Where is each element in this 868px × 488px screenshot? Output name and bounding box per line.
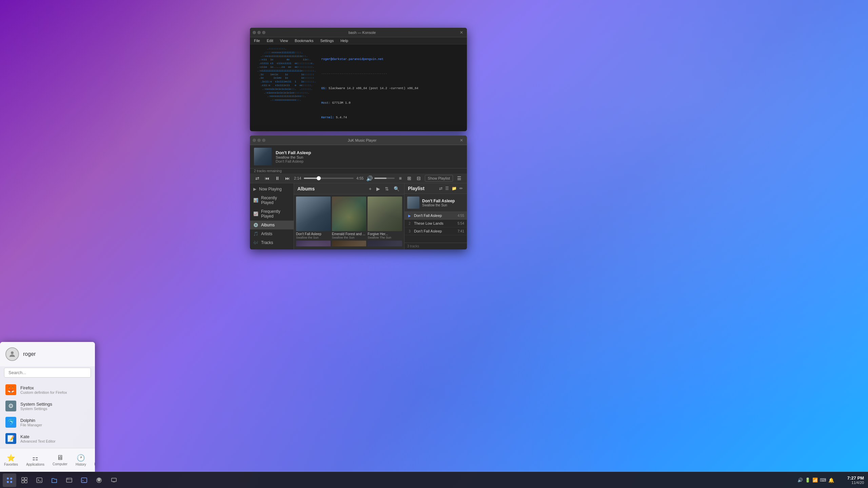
app-item-dolphin[interactable]: 🐬 Dolphin File Manager: [0, 414, 95, 430]
tray-icon-notifications[interactable]: 🔔: [828, 477, 834, 483]
albums-play-button[interactable]: ▶: [375, 185, 381, 192]
dolphin-icon: 🐬: [5, 417, 16, 428]
menu-button[interactable]: ☰: [456, 175, 463, 182]
sidebar-label-genres: Genres: [261, 249, 274, 249]
svg-rect-6: [25, 477, 27, 480]
taskbar-icon-terminal[interactable]: [33, 473, 46, 487]
volume-fill: [374, 178, 387, 179]
taskbar-start-button[interactable]: [3, 473, 16, 487]
applications-icon: ⚏: [32, 454, 38, 462]
layout-button[interactable]: ⊟: [415, 175, 422, 182]
albums-add-button[interactable]: +: [368, 185, 373, 192]
terminal-menu-bookmarks[interactable]: Bookmarks: [293, 38, 315, 43]
taskbar-left: >_: [0, 473, 797, 487]
app-name-settings: System Settings: [20, 402, 90, 407]
start-menu: roger 🦊 Firefox Custom definition for Fi…: [0, 342, 95, 472]
sidebar-item-recently-played[interactable]: 📊 Recently Played: [250, 194, 294, 207]
show-playlist-button[interactable]: Show Playlist: [425, 175, 453, 182]
eq-button[interactable]: ≡: [397, 175, 403, 182]
album-thumb-4: [296, 241, 331, 246]
taskbar-icon-files[interactable]: [47, 473, 61, 487]
playlist-track-duration-3: 7:41: [458, 229, 464, 233]
taskbar-icon-filemgr[interactable]: [62, 473, 76, 487]
app-info-settings: System Settings System Settings: [20, 402, 90, 411]
play-pause-button[interactable]: ⏸: [274, 175, 281, 182]
tray-icon-audio[interactable]: 🔊: [797, 477, 803, 483]
playlist-track-3[interactable]: 3 Don't Fall Asleep 7:41: [405, 227, 467, 235]
terminal-menu-help[interactable]: Help: [339, 38, 350, 43]
sidebar-item-frequently-played[interactable]: 📈 Frequently Played: [250, 207, 294, 221]
shuffle-button[interactable]: ⇄: [254, 175, 261, 182]
terminal-window: bash — Konsole ✕ File Edit View Bookmark…: [250, 28, 467, 131]
sidebar-label-artists: Artists: [261, 231, 272, 236]
sidebar-item-albums[interactable]: 💿 Albums: [250, 221, 294, 229]
sidebar-item-artists[interactable]: 🎵 Artists: [250, 229, 294, 238]
tray-icon-battery[interactable]: 🔋: [805, 477, 810, 483]
volume-icon[interactable]: 🔊: [366, 175, 373, 182]
svg-rect-11: [66, 478, 72, 482]
album-card-6[interactable]: [368, 241, 402, 246]
svg-rect-5: [22, 477, 24, 480]
albums-sort-button[interactable]: ⇅: [383, 185, 390, 192]
taskbar-pager[interactable]: [18, 473, 31, 487]
taskbar-icon-screen[interactable]: [107, 473, 121, 487]
taskbar-icon-konsole[interactable]: >_: [77, 473, 91, 487]
footer-item-computer[interactable]: 🖥 Computer: [48, 451, 72, 469]
sidebar-label-albums: Albums: [261, 223, 275, 227]
app-name-kate: Kate: [20, 434, 90, 439]
tracks-remaining: 2 tracks remaining: [250, 168, 467, 174]
albums-search-button[interactable]: 🔍: [392, 185, 401, 192]
progress-bar[interactable]: [304, 178, 354, 179]
sidebar-item-tracks[interactable]: 🎶 Tracks: [250, 238, 294, 247]
footer-item-favorites[interactable]: ⭐ Favorites: [0, 451, 22, 469]
time-current: 2:14: [294, 176, 301, 180]
album-card-1[interactable]: Don't Fall Asleep Swallow the Sun: [296, 197, 331, 239]
svg-point-2: [10, 477, 12, 480]
app-desc-firefox: Custom definition for Firefox: [20, 390, 90, 394]
prev-button[interactable]: ⏮: [263, 175, 271, 182]
playlist-tool-4[interactable]: ✏: [459, 185, 463, 191]
playlist-tools: ⇄ ☰ 📁 ✏: [438, 185, 463, 191]
tray-icon-keyboard[interactable]: ⌨: [820, 477, 826, 483]
track-album: Don't Fall Asleep: [276, 159, 463, 163]
playlist-tool-3[interactable]: 📁: [451, 185, 457, 191]
terminal-close-button[interactable]: ✕: [459, 30, 464, 35]
app-item-firefox[interactable]: 🦊 Firefox Custom definition for Firefox: [0, 382, 95, 398]
footer-item-leave[interactable]: ⏻ Leave: [90, 451, 95, 469]
footer-item-history[interactable]: 🕐 History: [72, 451, 90, 469]
playlist-tool-1[interactable]: ⇄: [438, 185, 443, 191]
svg-point-1: [7, 477, 9, 480]
app-name-dolphin: Dolphin: [20, 418, 90, 423]
svg-rect-7: [22, 481, 24, 483]
terminal-menu-edit[interactable]: Edit: [265, 38, 275, 43]
player-dot-2: [257, 139, 261, 142]
search-input[interactable]: [4, 368, 91, 378]
playlist-track-name-1: Don't Fall Asleep: [414, 214, 456, 218]
album-name-2: Emerald Forest and ...: [332, 232, 367, 236]
tray-icon-network[interactable]: 📶: [812, 477, 818, 483]
terminal-menu-file[interactable]: File: [253, 38, 261, 43]
sidebar-item-genres[interactable]: 🎯 Genres: [250, 247, 294, 249]
album-card-5[interactable]: [332, 241, 367, 246]
footer-label-applications: Applications: [26, 463, 44, 466]
terminal-menu-settings[interactable]: Settings: [319, 38, 335, 43]
volume-bar[interactable]: [374, 178, 395, 179]
album-card-2[interactable]: Emerald Forest and ... Swallow the Sun: [332, 197, 367, 239]
album-name-3: Forgive Her...: [368, 232, 402, 236]
terminal-menu-view[interactable]: View: [279, 38, 290, 43]
playlist-track-2[interactable]: 2 These Low Lands 5:54: [405, 220, 467, 227]
view-button[interactable]: ⊞: [406, 175, 413, 182]
playlist-tool-2[interactable]: ☰: [445, 185, 450, 191]
app-item-kate[interactable]: 📝 Kate Advanced Text Editor: [0, 430, 95, 447]
clock[interactable]: 7:27 PM 11/4/20: [837, 475, 864, 485]
playlist-track-num-2: 2: [407, 222, 412, 225]
footer-item-applications[interactable]: ⚏ Applications: [22, 451, 48, 469]
player-close-button[interactable]: ✕: [459, 138, 464, 143]
taskbar-icon-github[interactable]: [92, 473, 106, 487]
playlist-track-1[interactable]: ▶ Don't Fall Asleep 4:55: [405, 212, 467, 220]
next-button[interactable]: ⏭: [284, 175, 291, 182]
sidebar-item-now-playing[interactable]: ▶ Now Playing: [250, 185, 294, 194]
app-item-settings[interactable]: ⚙ System Settings System Settings: [0, 398, 95, 414]
album-card-3[interactable]: Forgive Her... Swallow The Sun: [368, 197, 402, 239]
album-card-4[interactable]: [296, 241, 331, 246]
